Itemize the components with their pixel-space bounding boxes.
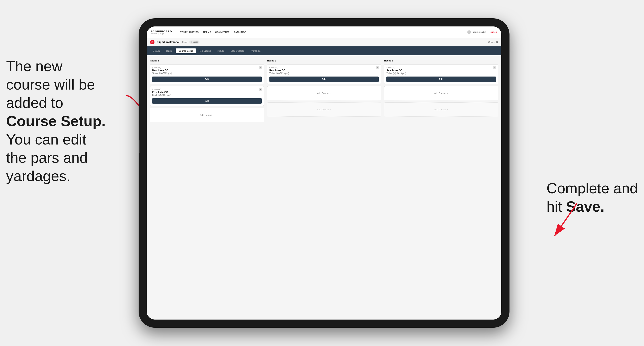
course-a-label-r2: (Course A) — [270, 67, 379, 69]
nav-links: TOURNAMENTS TEAMS COMMITTEE RANKINGS — [180, 30, 462, 34]
course-a-name-r3: Peachtree GC — [386, 69, 496, 72]
round-2-column: Round 2 (Course A) Peachtree GC Yellow (… — [267, 59, 381, 122]
sub-header: C Clippd Invitational (Men) Hosting Canc… — [147, 38, 501, 46]
sign-out-link[interactable]: Sign out — [490, 31, 497, 33]
add-course-r3-disabled: Add Course + — [384, 102, 498, 117]
tablet-side-button — [138, 141, 140, 153]
course-a-info-r1: Yellow (M) (6629 yds) — [152, 72, 262, 74]
hosting-badge: Hosting — [189, 40, 200, 43]
nav-tournaments[interactable]: TOURNAMENTS — [180, 30, 199, 34]
round-1-column: Round 1 (Course A) Peachtree GC Yellow (… — [150, 59, 264, 122]
add-course-r2-label: Add Course + — [317, 92, 331, 94]
logo-subtitle: Powered by clippd — [151, 33, 172, 34]
nav-committee[interactable]: COMMITTEE — [215, 30, 230, 34]
add-course-r3-disabled-label: Add Course + — [434, 108, 448, 111]
add-course-r3-label: Add Course + — [434, 92, 448, 94]
add-course-r2-disabled: Add Course + — [267, 102, 381, 117]
round-2-course-a-card: (Course A) Peachtree GC Yellow (M) (6629… — [267, 64, 381, 84]
tournament-title: Clippd Invitational — [156, 40, 180, 43]
add-course-r1[interactable]: Add Course + — [150, 108, 264, 122]
close-icon: ✕ — [496, 41, 498, 43]
tab-results[interactable]: Results — [214, 48, 227, 53]
sign-out-separator: | — [488, 31, 488, 33]
round-2-label: Round 2 — [267, 59, 381, 62]
delete-course-a-r2[interactable]: ✕ — [376, 66, 379, 69]
course-a-label-r1: (Course A) — [152, 67, 262, 69]
right-arrow — [520, 199, 585, 244]
tab-course-setup[interactable]: Course Setup — [176, 48, 196, 53]
round-3-course-a-card: (Course A) Peachtree GC Yellow (M) (6629… — [384, 64, 498, 84]
user-avatar — [467, 30, 471, 34]
nav-right: blair@clippd.io | Sign out — [467, 30, 497, 34]
tournament-gender: (Men) — [182, 41, 188, 43]
edit-course-a-r1[interactable]: Edit — [152, 77, 262, 82]
rounds-grid: Round 1 (Course A) Peachtree GC Yellow (… — [150, 59, 498, 122]
user-email: blair@clippd.io — [472, 31, 486, 33]
round-1-course-a-card: (Course A) Peachtree GC Yellow (M) (6629… — [150, 64, 264, 84]
edit-course-b-r1[interactable]: Edit — [152, 98, 262, 104]
tab-tee-groups[interactable]: Tee Groups — [196, 48, 214, 53]
delete-course-a-r1[interactable]: ✕ — [259, 66, 262, 69]
delete-course-b-r1[interactable]: ✕ — [259, 88, 262, 91]
tab-printables[interactable]: Printables — [248, 48, 263, 53]
logo-title: SCOREBOARD — [151, 30, 172, 33]
course-b-info-r1: Black (M) (6891 yds) — [152, 94, 262, 96]
add-course-r3[interactable]: Add Course + — [384, 86, 498, 100]
round-1-label: Round 1 — [150, 59, 264, 62]
edit-course-a-r3[interactable]: Edit — [386, 77, 496, 82]
course-a-name-r2: Peachtree GC — [270, 69, 379, 72]
edit-course-a-r2[interactable]: Edit — [270, 77, 379, 82]
round-1-course-b-card: (Course B) East Lake GC Black (M) (6891 … — [150, 86, 264, 106]
nav-teams[interactable]: TEAMS — [203, 30, 211, 34]
course-a-info-r2: Yellow (M) (6629 yds) — [270, 72, 379, 74]
course-a-name-r1: Peachtree GC — [152, 69, 262, 72]
course-a-info-r3: Yellow (M) (6629 yds) — [386, 72, 496, 74]
cancel-button[interactable]: Cancel ✕ — [488, 41, 498, 43]
left-annotation: The new course will be added to Course S… — [6, 57, 106, 185]
add-course-r2[interactable]: Add Course + — [267, 86, 381, 100]
add-course-r1-label: Add Course + — [200, 114, 214, 116]
course-a-label-r3: (Course A) — [386, 67, 496, 69]
brand-logo: C — [150, 40, 154, 44]
tab-details[interactable]: Details — [150, 48, 163, 53]
tablet-screen: SCOREBOARD Powered by clippd TOURNAMENTS… — [147, 26, 501, 320]
tab-leaderboards[interactable]: Leaderboards — [228, 48, 247, 53]
course-b-label-r1: (Course B) — [152, 88, 262, 90]
course-b-name-r1: East Lake GC — [152, 91, 262, 94]
tab-bar: Details Teams Course Setup Tee Groups Re… — [147, 46, 501, 55]
top-navigation: SCOREBOARD Powered by clippd TOURNAMENTS… — [147, 26, 501, 38]
delete-course-a-r3[interactable]: ✕ — [493, 66, 496, 69]
main-content: Round 1 (Course A) Peachtree GC Yellow (… — [147, 55, 501, 320]
scoreboard-logo: SCOREBOARD Powered by clippd — [151, 30, 172, 34]
tab-teams[interactable]: Teams — [163, 48, 175, 53]
nav-rankings[interactable]: RANKINGS — [234, 30, 246, 34]
round-3-column: Round 3 (Course A) Peachtree GC Yellow (… — [384, 59, 498, 122]
round-3-label: Round 3 — [384, 59, 498, 62]
tablet-shell: SCOREBOARD Powered by clippd TOURNAMENTS… — [138, 18, 510, 328]
add-course-r2-disabled-label: Add Course + — [317, 108, 331, 111]
